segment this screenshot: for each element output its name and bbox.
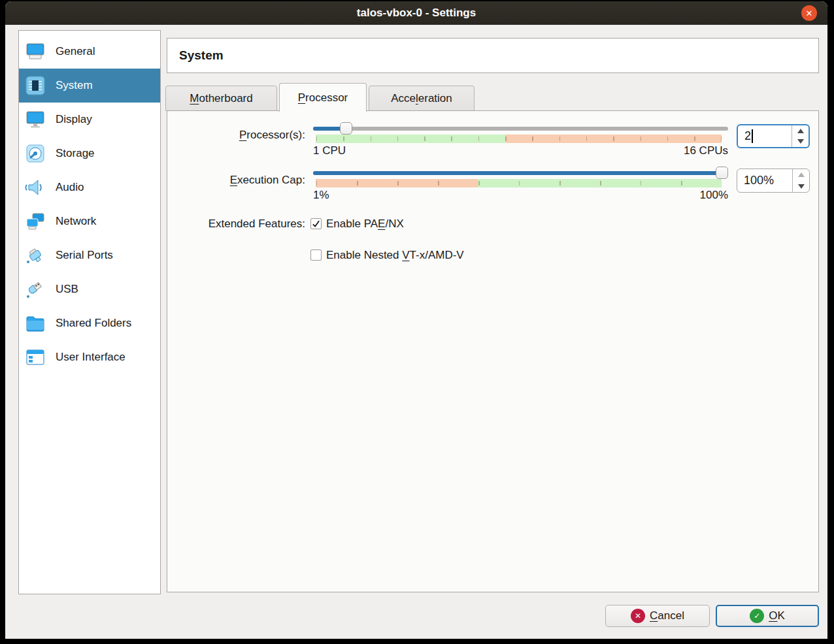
gauge-ticks: [316, 137, 722, 141]
sidebar-item-label: System: [56, 79, 93, 92]
sidebar-item-user-interface[interactable]: User Interface: [19, 340, 160, 374]
sidebar-item-system[interactable]: System: [19, 69, 160, 103]
close-button[interactable]: ✕: [801, 5, 817, 21]
sidebar-item-label: Serial Ports: [56, 249, 113, 262]
execution-cap-slider[interactable]: [313, 167, 728, 180]
slider-groove: [313, 127, 728, 131]
tab-acceleration[interactable]: Acceleration: [369, 86, 475, 111]
sidebar-item-label: Shared Folders: [56, 317, 131, 330]
execution-cap-spinbox[interactable]: 100%: [737, 169, 810, 193]
ok-check-icon: ✓: [750, 609, 764, 623]
general-monitor-icon: [24, 40, 46, 63]
tab-label: Motherboard: [190, 92, 252, 105]
sidebar-item-shared-folders[interactable]: Shared Folders: [19, 306, 160, 340]
gauge-ticks: [316, 181, 722, 185]
sidebar-item-label: User Interface: [56, 351, 125, 364]
execution-cap-spinbox-value[interactable]: 100%: [737, 169, 792, 192]
storage-disk-icon: [24, 142, 46, 165]
sidebar: General System Display Storage: [18, 30, 161, 594]
sidebar-item-storage[interactable]: Storage: [19, 137, 160, 170]
tab-label: Processor: [298, 91, 348, 105]
sidebar-item-network[interactable]: Network: [19, 204, 160, 238]
shared-folder-icon: [24, 312, 46, 334]
checkmark-icon: [312, 219, 320, 228]
processor-slider[interactable]: [313, 122, 728, 135]
sidebar-item-label: Storage: [56, 147, 95, 160]
processors-label: Processor(s):: [167, 129, 305, 142]
dialog-body: General System Display Storage: [5, 25, 827, 639]
sidebar-item-label: Audio: [56, 181, 84, 194]
enable-nested-vtx-label[interactable]: Enable Nested VT-x/AMD-V: [326, 249, 464, 262]
serial-port-icon: [24, 244, 46, 266]
execution-cap-slider-handle[interactable]: [716, 167, 728, 179]
spin-down-button[interactable]: [792, 137, 809, 148]
spin-buttons: [792, 169, 809, 192]
cancel-x-icon: ✕: [631, 609, 645, 623]
spin-down-button[interactable]: [793, 181, 809, 193]
execution-cap-zone-gauge: [316, 179, 722, 187]
min-cap-label: 1%: [313, 189, 329, 202]
settings-window: talos-vbox-0 - Settings ✕ General System: [5, 1, 827, 639]
spin-up-button[interactable]: [793, 169, 809, 181]
window-title: talos-vbox-0 - Settings: [357, 7, 476, 20]
sidebar-item-general[interactable]: General: [19, 35, 160, 69]
processor-slider-handle[interactable]: [340, 122, 352, 135]
sidebar-item-serial-ports[interactable]: Serial Ports: [19, 238, 160, 272]
max-cpu-label: 16 CPUs: [684, 144, 728, 157]
max-cap-label: 100%: [700, 189, 728, 202]
sidebar-item-label: General: [56, 45, 95, 58]
sidebar-item-usb[interactable]: USB: [19, 272, 160, 306]
min-cpu-label: 1 CPU: [313, 144, 346, 157]
sidebar-item-audio[interactable]: Audio: [19, 170, 160, 204]
execution-cap-range-labels: 1% 100%: [313, 189, 728, 202]
tab-motherboard[interactable]: Motherboard: [165, 86, 277, 111]
cancel-button[interactable]: ✕ Cancel: [605, 605, 710, 627]
execution-cap-label: Execution Cap:: [167, 174, 305, 187]
processor-tab-pane: Processor(s): 1 CPU 16 CPUs 2: [167, 110, 819, 592]
sidebar-item-label: Network: [56, 215, 96, 228]
slider-fill: [313, 171, 728, 175]
system-chip-icon: [24, 74, 46, 97]
arrow-down-icon: [798, 184, 805, 189]
audio-speaker-icon: [24, 176, 46, 199]
ok-button-label: OK: [769, 609, 785, 622]
spin-buttons: [792, 125, 809, 147]
network-screens-icon: [24, 210, 46, 233]
enable-pae-nx-checkbox[interactable]: [310, 218, 322, 229]
processor-range-labels: 1 CPU 16 CPUs: [313, 144, 728, 157]
page-header: System: [167, 38, 819, 73]
extended-features-label: Extended Features:: [167, 217, 305, 231]
user-interface-icon: [24, 346, 46, 368]
ok-button[interactable]: ✓ OK: [716, 605, 819, 627]
enable-nested-vtx-checkbox[interactable]: [310, 250, 322, 261]
sidebar-item-label: USB: [56, 283, 78, 296]
sidebar-item-label: Display: [56, 113, 92, 126]
arrow-up-icon: [797, 129, 804, 133]
usb-plug-icon: [24, 278, 46, 300]
arrow-down-icon: [797, 139, 804, 144]
text-caret: [752, 129, 753, 143]
close-icon: ✕: [806, 9, 813, 18]
page-title: System: [179, 48, 224, 63]
display-monitor-icon: [24, 108, 46, 131]
titlebar[interactable]: talos-vbox-0 - Settings ✕: [5, 1, 827, 25]
arrow-up-icon: [798, 172, 805, 177]
enable-pae-nx-label[interactable]: Enable PAE/NX: [326, 217, 404, 231]
sidebar-item-display[interactable]: Display: [19, 103, 160, 137]
tab-label: Acceleration: [391, 92, 452, 105]
processor-spinbox-value[interactable]: 2: [738, 125, 792, 147]
processor-spinbox[interactable]: 2: [737, 124, 810, 148]
spin-up-button[interactable]: [792, 125, 809, 137]
processor-zone-gauge: [316, 135, 722, 143]
cancel-button-label: Cancel: [650, 609, 684, 622]
tab-processor[interactable]: Processor: [279, 83, 367, 112]
